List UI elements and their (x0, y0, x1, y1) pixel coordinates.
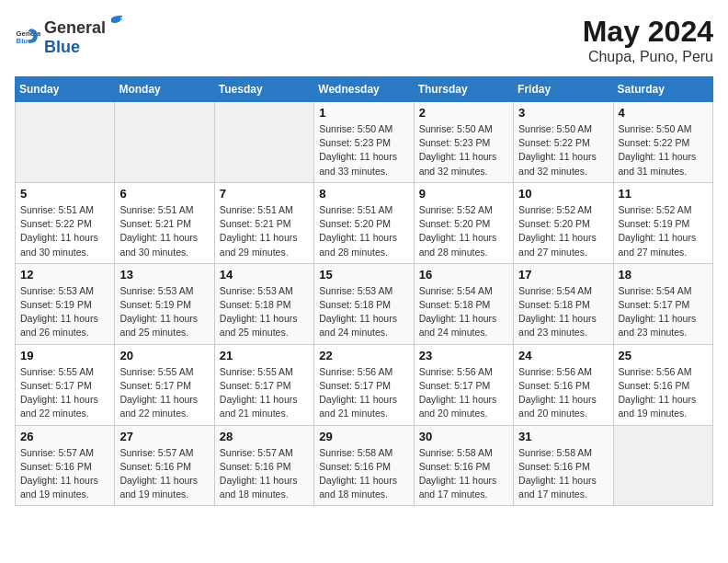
day-number: 14 (220, 268, 309, 282)
calendar-day-cell: 22Sunrise: 5:56 AM Sunset: 5:17 PM Dayli… (314, 344, 414, 425)
calendar-day-cell: 4Sunrise: 5:50 AM Sunset: 5:22 PM Daylig… (613, 102, 712, 183)
day-number: 18 (619, 268, 708, 282)
day-info: Sunrise: 5:56 AM Sunset: 5:17 PM Dayligh… (319, 365, 408, 421)
calendar-day-cell: 30Sunrise: 5:58 AM Sunset: 5:16 PM Dayli… (414, 425, 513, 506)
logo-general-text: General (44, 18, 106, 38)
calendar-day-cell: 24Sunrise: 5:56 AM Sunset: 5:16 PM Dayli… (514, 344, 613, 425)
day-info: Sunrise: 5:55 AM Sunset: 5:17 PM Dayligh… (119, 365, 209, 421)
day-info: Sunrise: 5:50 AM Sunset: 5:23 PM Dayligh… (419, 122, 508, 178)
day-info: Sunrise: 5:52 AM Sunset: 5:19 PM Dayligh… (619, 203, 708, 259)
calendar-day-cell: 13Sunrise: 5:53 AM Sunset: 5:19 PM Dayli… (115, 263, 214, 344)
day-number: 30 (419, 430, 508, 443)
day-number: 3 (518, 106, 608, 120)
day-number: 28 (220, 430, 309, 443)
weekday-header: Saturday (613, 77, 712, 102)
day-info: Sunrise: 5:57 AM Sunset: 5:16 PM Dayligh… (220, 446, 309, 502)
calendar-day-cell: 25Sunrise: 5:56 AM Sunset: 5:16 PM Dayli… (613, 344, 712, 425)
day-info: Sunrise: 5:58 AM Sunset: 5:16 PM Dayligh… (518, 446, 608, 502)
day-number: 8 (319, 187, 408, 201)
logo: General Blue General Blue (15, 15, 122, 57)
day-number: 2 (419, 106, 508, 120)
day-info: Sunrise: 5:56 AM Sunset: 5:16 PM Dayligh… (619, 365, 708, 421)
day-info: Sunrise: 5:51 AM Sunset: 5:21 PM Dayligh… (119, 203, 209, 259)
day-number: 6 (119, 187, 209, 201)
day-number: 9 (419, 187, 508, 201)
day-number: 7 (220, 187, 309, 201)
logo-bird-icon (106, 15, 122, 33)
weekday-header: Tuesday (214, 77, 313, 102)
day-number: 22 (319, 349, 408, 362)
day-info: Sunrise: 5:54 AM Sunset: 5:18 PM Dayligh… (518, 284, 608, 340)
day-number: 12 (20, 268, 109, 282)
logo-icon: General Blue (15, 23, 40, 49)
calendar-day-cell: 18Sunrise: 5:54 AM Sunset: 5:17 PM Dayli… (613, 263, 712, 344)
day-info: Sunrise: 5:53 AM Sunset: 5:19 PM Dayligh… (20, 284, 109, 340)
calendar-week-row: 1Sunrise: 5:50 AM Sunset: 5:23 PM Daylig… (16, 102, 713, 183)
weekday-header: Sunday (16, 77, 115, 102)
calendar-week-row: 5Sunrise: 5:51 AM Sunset: 5:22 PM Daylig… (16, 182, 713, 263)
calendar-table: SundayMondayTuesdayWednesdayThursdayFrid… (15, 76, 713, 506)
svg-text:Blue: Blue (17, 37, 33, 45)
title-block: May 2024 Chupa, Puno, Peru (583, 15, 713, 65)
page-title: May 2024 (583, 15, 713, 49)
calendar-day-cell (613, 425, 712, 506)
calendar-day-cell: 1Sunrise: 5:50 AM Sunset: 5:23 PM Daylig… (314, 102, 414, 183)
calendar-header-row: SundayMondayTuesdayWednesdayThursdayFrid… (16, 77, 713, 102)
calendar-day-cell: 23Sunrise: 5:56 AM Sunset: 5:17 PM Dayli… (414, 344, 513, 425)
calendar-body: 1Sunrise: 5:50 AM Sunset: 5:23 PM Daylig… (16, 102, 713, 506)
calendar-day-cell: 7Sunrise: 5:51 AM Sunset: 5:21 PM Daylig… (214, 182, 313, 263)
day-number: 26 (20, 430, 109, 443)
day-number: 25 (619, 349, 708, 362)
day-info: Sunrise: 5:54 AM Sunset: 5:18 PM Dayligh… (419, 284, 508, 340)
calendar-day-cell: 21Sunrise: 5:55 AM Sunset: 5:17 PM Dayli… (214, 344, 313, 425)
calendar-day-cell: 19Sunrise: 5:55 AM Sunset: 5:17 PM Dayli… (16, 344, 115, 425)
calendar-week-row: 26Sunrise: 5:57 AM Sunset: 5:16 PM Dayli… (16, 425, 713, 506)
day-number: 29 (319, 430, 408, 443)
calendar-day-cell: 12Sunrise: 5:53 AM Sunset: 5:19 PM Dayli… (16, 263, 115, 344)
day-info: Sunrise: 5:52 AM Sunset: 5:20 PM Dayligh… (518, 203, 608, 259)
calendar-week-row: 12Sunrise: 5:53 AM Sunset: 5:19 PM Dayli… (16, 263, 713, 344)
weekday-header: Wednesday (314, 77, 414, 102)
calendar-day-cell: 8Sunrise: 5:51 AM Sunset: 5:20 PM Daylig… (314, 182, 414, 263)
calendar-day-cell: 27Sunrise: 5:57 AM Sunset: 5:16 PM Dayli… (115, 425, 214, 506)
day-number: 11 (619, 187, 708, 201)
day-info: Sunrise: 5:51 AM Sunset: 5:22 PM Dayligh… (20, 203, 109, 259)
day-number: 16 (419, 268, 508, 282)
day-info: Sunrise: 5:52 AM Sunset: 5:20 PM Dayligh… (419, 203, 508, 259)
calendar-day-cell: 3Sunrise: 5:50 AM Sunset: 5:22 PM Daylig… (514, 102, 613, 183)
calendar-day-cell: 28Sunrise: 5:57 AM Sunset: 5:16 PM Dayli… (214, 425, 313, 506)
day-info: Sunrise: 5:51 AM Sunset: 5:20 PM Dayligh… (319, 203, 408, 259)
day-number: 23 (419, 349, 508, 362)
calendar-day-cell (115, 102, 214, 183)
day-info: Sunrise: 5:53 AM Sunset: 5:18 PM Dayligh… (319, 284, 408, 340)
day-info: Sunrise: 5:50 AM Sunset: 5:22 PM Dayligh… (619, 122, 708, 178)
day-info: Sunrise: 5:53 AM Sunset: 5:19 PM Dayligh… (119, 284, 209, 340)
weekday-header: Monday (115, 77, 214, 102)
page-header: General Blue General Blue May 2024 Chupa… (15, 15, 713, 65)
calendar-day-cell: 20Sunrise: 5:55 AM Sunset: 5:17 PM Dayli… (115, 344, 214, 425)
day-info: Sunrise: 5:54 AM Sunset: 5:17 PM Dayligh… (619, 284, 708, 340)
day-number: 5 (20, 187, 109, 201)
calendar-day-cell: 11Sunrise: 5:52 AM Sunset: 5:19 PM Dayli… (613, 182, 712, 263)
day-number: 17 (518, 268, 608, 282)
calendar-day-cell: 10Sunrise: 5:52 AM Sunset: 5:20 PM Dayli… (514, 182, 613, 263)
day-number: 31 (518, 430, 608, 443)
calendar-day-cell: 26Sunrise: 5:57 AM Sunset: 5:16 PM Dayli… (16, 425, 115, 506)
day-info: Sunrise: 5:57 AM Sunset: 5:16 PM Dayligh… (119, 446, 209, 502)
calendar-day-cell: 14Sunrise: 5:53 AM Sunset: 5:18 PM Dayli… (214, 263, 313, 344)
logo-blue-text: Blue (44, 38, 122, 57)
calendar-day-cell (16, 102, 115, 183)
day-info: Sunrise: 5:58 AM Sunset: 5:16 PM Dayligh… (319, 446, 408, 502)
day-number: 21 (220, 349, 309, 362)
calendar-day-cell: 9Sunrise: 5:52 AM Sunset: 5:20 PM Daylig… (414, 182, 513, 263)
day-number: 19 (20, 349, 109, 362)
day-number: 10 (518, 187, 608, 201)
day-info: Sunrise: 5:50 AM Sunset: 5:22 PM Dayligh… (518, 122, 608, 178)
calendar-week-row: 19Sunrise: 5:55 AM Sunset: 5:17 PM Dayli… (16, 344, 713, 425)
page-subtitle: Chupa, Puno, Peru (583, 49, 713, 65)
calendar-day-cell: 31Sunrise: 5:58 AM Sunset: 5:16 PM Dayli… (514, 425, 613, 506)
day-info: Sunrise: 5:55 AM Sunset: 5:17 PM Dayligh… (220, 365, 309, 421)
day-info: Sunrise: 5:56 AM Sunset: 5:17 PM Dayligh… (419, 365, 508, 421)
weekday-header: Thursday (414, 77, 513, 102)
day-info: Sunrise: 5:57 AM Sunset: 5:16 PM Dayligh… (20, 446, 109, 502)
